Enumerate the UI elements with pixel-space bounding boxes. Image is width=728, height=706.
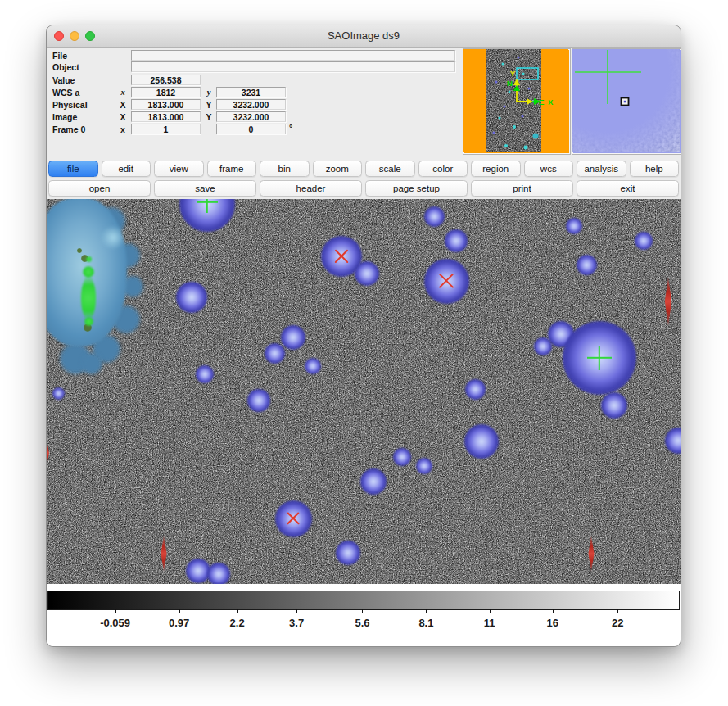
file-print-button[interactable]: print <box>471 180 573 197</box>
menu-view[interactable]: view <box>154 161 204 177</box>
colorbar-tick <box>426 609 427 613</box>
star-blob <box>336 541 360 565</box>
colorbar-tick <box>115 609 116 613</box>
file-save-button[interactable]: save <box>154 180 256 197</box>
object-label: Object <box>52 62 79 72</box>
colorbar-tick-label: 5.6 <box>355 617 369 629</box>
compass-e-label: E <box>539 97 544 106</box>
frame-label: Frame 0 <box>52 124 85 134</box>
magnifier-cursor-box <box>622 98 629 106</box>
wcs-x-field: 1812 <box>131 87 201 97</box>
wcs-y-field: 3231 <box>216 87 286 97</box>
menu-edit[interactable]: edit <box>102 161 151 177</box>
image-y-field: 3232.000 <box>216 111 286 122</box>
star-blob <box>305 358 321 374</box>
colorbar-tick <box>237 609 238 613</box>
menu-scale[interactable]: scale <box>365 161 415 177</box>
menu-color[interactable]: color <box>418 161 468 177</box>
star-blob <box>247 389 270 412</box>
menu-zoom[interactable]: zoom <box>313 161 363 177</box>
menu-wcs[interactable]: wcs <box>524 161 574 177</box>
star-blob <box>176 282 207 313</box>
image-label: Image <box>52 112 77 122</box>
colorbar-tick-label: 16 <box>547 617 558 629</box>
menu-help[interactable]: help <box>630 161 680 177</box>
colorbar-tick-label: -0.059 <box>100 617 130 629</box>
colorbar-tick-label: 22 <box>612 617 623 629</box>
galaxy-light-patch <box>101 225 125 250</box>
frame-zoom-field: 1 <box>131 124 201 134</box>
value-label: Value <box>52 75 75 85</box>
star-blob <box>577 255 597 275</box>
colorbar-tick <box>617 609 618 613</box>
compass-n-label: N <box>507 79 513 88</box>
compass-x-label: X <box>548 97 554 106</box>
image-x-field: 1813.000 <box>131 111 201 122</box>
menu-row-file-commands: open save header page setup print exit <box>47 180 680 197</box>
value-field: 256.538 <box>131 75 201 85</box>
region-marker-plus <box>587 346 612 370</box>
colorbar-tick <box>490 609 491 613</box>
star-blob <box>424 206 445 227</box>
colorbar-tick-label: 11 <box>484 617 495 629</box>
star-blob <box>416 458 432 474</box>
colorbar-section: -0.0590.972.23.75.68.1111622 <box>47 584 681 647</box>
magnifier <box>572 48 681 155</box>
star-blob <box>265 343 285 364</box>
physical-x-field: 1813.000 <box>131 99 201 110</box>
region-marker-plus <box>197 199 218 213</box>
frame-rotate-field: 0 <box>216 124 286 134</box>
file-header-button[interactable]: header <box>260 180 362 197</box>
image-canvas[interactable] <box>47 199 681 584</box>
physical-y-field: 3232.000 <box>216 99 286 110</box>
galaxy-core-green <box>81 276 96 320</box>
menu-analysis[interactable]: analysis <box>577 161 626 177</box>
menu-row-main: file edit view frame bin zoom scale colo… <box>47 161 680 177</box>
info-panel: File Object Value 256.538 WCS a x 1812 y… <box>47 48 681 157</box>
menu-bin[interactable]: bin <box>260 161 310 177</box>
file-exit-button[interactable]: exit <box>577 180 679 197</box>
colorbar-tick <box>362 609 363 613</box>
compass-y-label: Y <box>510 69 516 78</box>
star-blob <box>281 325 305 350</box>
star-blob <box>566 218 582 234</box>
region-marker-x <box>285 510 301 527</box>
colorbar-tick-label: 2.2 <box>230 617 245 629</box>
wcs-label: WCS a <box>52 88 79 97</box>
ds9-window: SAOImage ds9 File Object Value 256.538 W… <box>46 25 681 647</box>
panner-graphic: Y N E X <box>463 49 568 152</box>
region-marker-x <box>332 247 350 265</box>
file-open-button[interactable]: open <box>48 180 151 197</box>
colorbar-tick-label: 3.7 <box>289 617 304 629</box>
star-blob <box>52 387 65 400</box>
galaxy-blob <box>47 199 155 373</box>
degree-symbol: ° <box>289 123 292 133</box>
colorbar-tick-label: 0.97 <box>169 617 189 629</box>
menu-region[interactable]: region <box>471 161 521 177</box>
object-field <box>131 61 455 72</box>
star-blob <box>207 563 230 584</box>
file-label: File <box>52 51 67 61</box>
physical-label: Physical <box>52 100 88 110</box>
colorbar-tick <box>296 609 297 613</box>
star-blob <box>445 229 468 252</box>
colorbar-tick <box>179 609 180 613</box>
colorbar-tick <box>553 609 554 613</box>
panner[interactable]: Y N E X <box>463 48 571 155</box>
menu-file[interactable]: file <box>48 161 98 177</box>
window-title: SAOImage ds9 <box>47 29 681 42</box>
colorbar-tick-label: 8.1 <box>418 617 433 629</box>
colorbar-ticks: -0.0590.972.23.75.68.1111622 <box>47 609 680 642</box>
star-blob <box>465 379 486 400</box>
region-marker-x <box>436 271 456 291</box>
menubar: file edit view frame bin zoom scale colo… <box>47 157 681 199</box>
file-page-setup-button[interactable]: page setup <box>365 180 468 197</box>
colorbar-gradient[interactable] <box>47 591 680 610</box>
menu-frame[interactable]: frame <box>207 161 257 177</box>
star-blob <box>355 261 379 286</box>
magnifier-graphic <box>572 49 680 152</box>
file-field <box>131 50 455 61</box>
titlebar[interactable]: SAOImage ds9 <box>47 25 681 48</box>
